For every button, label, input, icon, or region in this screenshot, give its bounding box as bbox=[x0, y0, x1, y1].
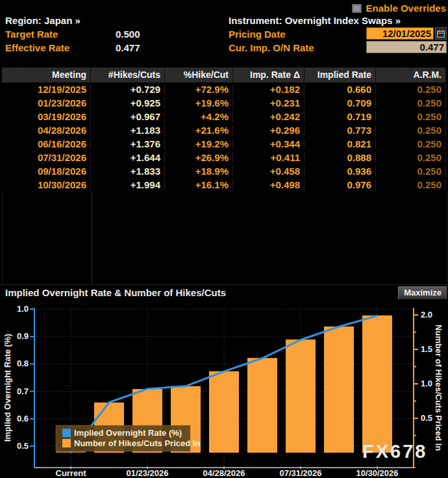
right-axis-title: Number of Hikes/Cuts Priced In bbox=[434, 325, 443, 451]
table-cell: 0.773 bbox=[305, 125, 376, 136]
table-cell: 0.976 bbox=[305, 179, 376, 190]
table-cell: 0.660 bbox=[305, 84, 376, 95]
enable-overrides-control: Enable Overrides bbox=[352, 2, 446, 14]
table-cell: 07/31/2026 bbox=[2, 152, 91, 163]
table-cell: +16.1% bbox=[165, 179, 233, 190]
table-cell: 0.250 bbox=[376, 166, 446, 177]
legend-label-line: Implied Overnight Rate (%) bbox=[74, 428, 182, 438]
column-header: Meeting bbox=[2, 68, 91, 82]
target-rate-label: Target Rate bbox=[5, 28, 58, 40]
table-cell: +1.376 bbox=[91, 138, 165, 149]
maximize-button[interactable]: Maximize bbox=[398, 286, 447, 299]
table-row[interactable]: 09/18/2026+1.833+18.9%+0.4580.9360.250 bbox=[2, 164, 446, 178]
legend: Implied Overnight Rate (%)Number of Hike… bbox=[56, 425, 200, 451]
table-empty-area bbox=[2, 192, 447, 284]
table-cell: 0.250 bbox=[376, 138, 446, 149]
left-axis-title: Implied Overnight Rate (%) bbox=[3, 334, 12, 442]
table-cell: 01/23/2026 bbox=[2, 97, 91, 108]
column-header: A.R.M. bbox=[376, 68, 446, 82]
x-tick-label: 07/31/2026 bbox=[279, 468, 321, 478]
legend-swatch-line bbox=[62, 429, 71, 437]
table-cell: 0.250 bbox=[376, 111, 446, 122]
table-cell: +1.644 bbox=[91, 152, 165, 163]
right-tick-label: 1.5 bbox=[421, 344, 432, 354]
column-header: Imp. Rate Δ bbox=[233, 68, 305, 82]
region-value[interactable]: Japan » bbox=[44, 15, 81, 26]
left-tick-label: 0.6 bbox=[17, 414, 29, 423]
table-cell: 12/19/2025 bbox=[2, 84, 91, 95]
right-tick-label: 2.0 bbox=[421, 310, 432, 320]
left-tick-label: 0.9 bbox=[17, 331, 29, 341]
table-cell: +1.833 bbox=[91, 166, 165, 177]
chart-title: Implied Overnight Rate & Number of Hikes… bbox=[5, 287, 226, 298]
table-cell: 0.888 bbox=[305, 152, 376, 163]
cur-imp-rate-label: Cur. Imp. O/N Rate bbox=[229, 42, 314, 54]
x-tick-label: 10/30/2026 bbox=[356, 468, 398, 478]
table-row[interactable]: 01/23/2026+0.925+19.6%+0.2310.7090.250 bbox=[2, 96, 446, 110]
x-tick-label: 01/23/2026 bbox=[126, 468, 168, 478]
chart-panel: Implied Overnight Rate & Number of Hikes… bbox=[0, 284, 448, 478]
column-header: #Hikes/Cuts bbox=[91, 68, 165, 82]
table-cell: +18.9% bbox=[165, 166, 233, 177]
column-header: %Hike/Cut bbox=[165, 68, 233, 82]
legend-swatch-bar bbox=[62, 439, 71, 447]
table-cell: 03/19/2026 bbox=[2, 111, 91, 122]
enable-overrides-checkbox[interactable] bbox=[352, 4, 362, 13]
table-cell: 0.709 bbox=[305, 97, 376, 108]
left-tick-label: 0.5 bbox=[17, 441, 29, 451]
table-cell: +0.296 bbox=[233, 125, 305, 136]
table-cell: 09/18/2026 bbox=[2, 166, 91, 177]
table-cell: 0.250 bbox=[376, 97, 446, 108]
left-tick-label: 0.7 bbox=[17, 386, 29, 396]
table-cell: +26.9% bbox=[165, 152, 233, 163]
instrument-value[interactable]: Overnight Index Swaps » bbox=[285, 15, 401, 26]
left-tick-label: 0.8 bbox=[17, 359, 29, 368]
table-cell: +0.925 bbox=[91, 97, 165, 108]
cur-imp-rate-input[interactable] bbox=[366, 41, 447, 53]
table-cell: +0.729 bbox=[91, 84, 165, 95]
table-cell: +0.344 bbox=[233, 138, 305, 149]
table-cell: 0.250 bbox=[376, 152, 446, 163]
region-label: Region: bbox=[5, 15, 42, 26]
table-cell: +0.231 bbox=[233, 97, 305, 108]
table-cell: +0.498 bbox=[233, 179, 305, 190]
table-cell: 0.250 bbox=[376, 179, 446, 190]
table-cell: +21.6% bbox=[165, 125, 233, 136]
table-cell: +0.411 bbox=[233, 152, 305, 163]
table-cell: +19.2% bbox=[165, 138, 233, 149]
table-cell: 0.250 bbox=[376, 84, 446, 95]
table-cell: 0.719 bbox=[305, 111, 376, 122]
right-tick-label: 0.5 bbox=[421, 413, 432, 423]
table-cell: 0.250 bbox=[376, 125, 446, 136]
effective-rate-label: Effective Rate bbox=[5, 42, 69, 54]
column-header: Implied Rate bbox=[305, 68, 376, 82]
bar bbox=[209, 371, 239, 453]
table-cell: 06/16/2026 bbox=[2, 138, 91, 149]
table-row[interactable]: 07/31/2026+1.644+26.9%+0.4110.8880.250 bbox=[2, 151, 446, 164]
table-cell: +0.182 bbox=[233, 84, 305, 95]
bar bbox=[324, 327, 354, 453]
table-cell: 0.936 bbox=[305, 166, 376, 177]
calendar-button[interactable] bbox=[435, 27, 447, 40]
watermark: FX678 bbox=[362, 441, 427, 462]
left-tick-label: 1.0 bbox=[17, 304, 29, 314]
x-tick-label: 04/28/2026 bbox=[203, 468, 245, 478]
table-header-row: Meeting#Hikes/Cuts%Hike/CutImp. Rate ΔIm… bbox=[2, 68, 446, 82]
legend-label-bar: Number of Hikes/Cuts Priced In bbox=[74, 438, 200, 448]
pricing-date-input[interactable] bbox=[366, 27, 434, 40]
table-cell: 04/28/2026 bbox=[2, 125, 91, 136]
table-cell: +72.9% bbox=[165, 84, 233, 95]
table-row[interactable]: 06/16/2026+1.376+19.2%+0.3440.8210.250 bbox=[2, 137, 446, 151]
calendar-icon bbox=[437, 30, 445, 38]
table-row[interactable]: 10/30/2026+1.994+16.1%+0.4980.9760.250 bbox=[2, 178, 446, 192]
instrument-selector[interactable]: Instrument: Overnight Index Swaps » bbox=[229, 14, 401, 27]
instrument-label: Instrument: bbox=[229, 15, 282, 26]
table-row[interactable]: 03/19/2026+0.967+4.2%+0.2420.7190.250 bbox=[2, 110, 446, 123]
bar bbox=[286, 340, 316, 453]
table-cell: 0.821 bbox=[305, 138, 376, 149]
table-cell: +4.2% bbox=[165, 111, 233, 122]
table-row[interactable]: 12/19/2025+0.729+72.9%+0.1820.6600.250 bbox=[2, 82, 446, 96]
region-selector[interactable]: Region: Japan » bbox=[5, 14, 81, 27]
effective-rate-value: 0.477 bbox=[116, 42, 140, 54]
table-row[interactable]: 04/28/2026+1.183+21.6%+0.2960.7730.250 bbox=[2, 123, 446, 137]
